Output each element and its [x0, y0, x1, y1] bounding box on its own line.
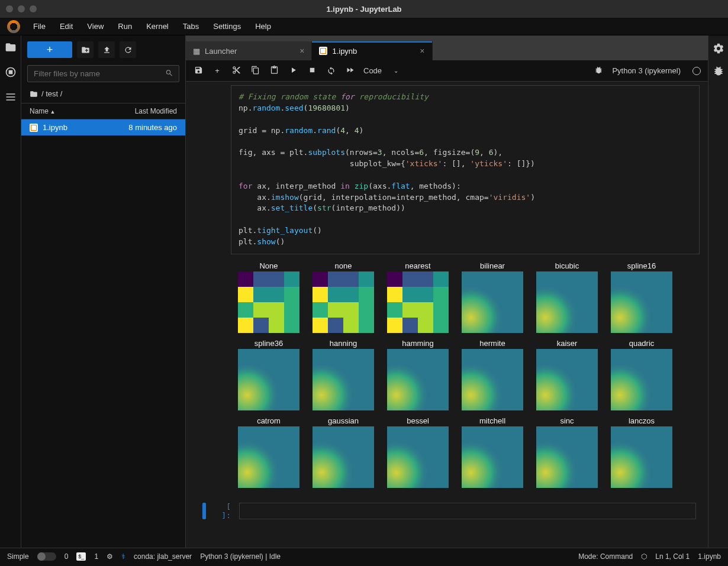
subplot-title: hamming	[402, 339, 433, 348]
svg-rect-67	[387, 349, 449, 410]
run-icon[interactable]	[288, 66, 298, 76]
refresh-icon[interactable]	[120, 41, 136, 58]
chevron-down-icon: ⌄	[394, 67, 398, 74]
file-list-header[interactable]: Name Last Modified	[21, 103, 185, 119]
svg-rect-21	[359, 271, 374, 287]
column-name[interactable]: Name	[30, 107, 55, 115]
simple-mode-toggle[interactable]	[37, 552, 56, 561]
new-launcher-button[interactable]: +	[27, 41, 72, 58]
svg-rect-36	[418, 271, 433, 287]
svg-rect-1	[9, 71, 12, 74]
empty-cell[interactable]: [ ]:	[202, 502, 700, 520]
subplot: bicubic	[531, 261, 603, 333]
window-controls[interactable]	[6, 5, 37, 12]
subplot-title: lanczos	[629, 416, 655, 425]
subplot-title: mitchell	[479, 416, 505, 425]
close-icon[interactable]: ×	[299, 46, 304, 56]
subplot: sinc	[531, 416, 603, 488]
svg-rect-33	[359, 318, 374, 333]
subplot-title: quadric	[629, 339, 655, 348]
settings-status-icon[interactable]: ⚙	[107, 552, 113, 561]
breadcrumb[interactable]: / test /	[21, 87, 185, 103]
tab-notebook[interactable]: 1.ipynb ×	[312, 41, 432, 60]
cell-output: Nonenonenearestbilinear bicubic spline16…	[231, 254, 700, 495]
svg-rect-11	[253, 302, 269, 318]
kernel-name[interactable]: Python 3 (ipykernel)	[612, 66, 681, 75]
subplot-title: bilinear	[480, 261, 505, 270]
code-editor[interactable]: # Fixing random state for reproducibilit…	[231, 85, 700, 254]
upload-icon[interactable]	[98, 41, 115, 58]
svg-rect-6	[238, 287, 253, 302]
add-cell-icon[interactable]: +	[212, 66, 223, 75]
svg-rect-41	[433, 287, 449, 302]
subplot: nearest	[382, 261, 453, 333]
kernel-status-icon[interactable]	[692, 67, 701, 75]
svg-rect-31	[328, 318, 343, 333]
filter-files-input[interactable]	[27, 65, 179, 82]
close-icon[interactable]: ×	[420, 46, 424, 56]
svg-rect-9	[284, 287, 299, 302]
svg-rect-49	[433, 318, 449, 333]
svg-rect-91	[536, 426, 598, 488]
subplot-title: kaiser	[557, 339, 578, 348]
column-modified[interactable]: Last Modified	[135, 107, 177, 115]
folder-icon[interactable]	[5, 41, 17, 53]
jupyter-logo-icon[interactable]	[7, 20, 20, 33]
subplot: spline36	[233, 339, 304, 410]
copy-icon[interactable]	[250, 66, 260, 76]
svg-rect-22	[313, 287, 328, 302]
menu-file[interactable]: File	[27, 20, 51, 33]
subplot-title: gaussian	[328, 416, 359, 425]
paste-icon[interactable]	[269, 66, 279, 76]
cut-icon[interactable]	[231, 66, 241, 76]
restart-icon[interactable]	[326, 66, 336, 76]
menu-kernel[interactable]: Kernel	[140, 20, 175, 33]
subplot: bilinear	[457, 261, 528, 333]
close-window-icon[interactable]	[6, 5, 13, 12]
empty-code-input[interactable]	[239, 503, 696, 519]
menu-run[interactable]: Run	[112, 20, 138, 33]
folder-icon	[30, 90, 38, 98]
new-folder-icon[interactable]	[77, 41, 94, 58]
conda-env[interactable]: conda: jlab_server	[134, 552, 192, 561]
property-inspector-icon[interactable]	[713, 43, 724, 54]
kernel-status[interactable]: Python 3 (ipykernel) | Idle	[200, 552, 281, 561]
mode-indicator: Mode: Command	[578, 552, 633, 561]
toc-icon[interactable]	[5, 91, 17, 103]
menu-settings[interactable]: Settings	[207, 20, 247, 33]
subplot: lanczos	[606, 416, 677, 488]
menu-help[interactable]: Help	[249, 20, 277, 33]
tab-launcher[interactable]: ▦ Launcher ×	[186, 41, 312, 60]
restart-run-all-icon[interactable]	[344, 66, 355, 76]
subplot-title: none	[335, 261, 352, 270]
count-a: 0	[65, 552, 69, 561]
menu-edit[interactable]: Edit	[54, 20, 79, 33]
svg-rect-2	[238, 271, 253, 287]
subplot: gaussian	[308, 416, 379, 488]
subplot: spline16	[606, 261, 677, 333]
menu-tabs[interactable]: Tabs	[177, 20, 205, 33]
svg-rect-25	[359, 287, 374, 302]
save-icon[interactable]	[193, 66, 204, 76]
subplot-title: spline16	[627, 261, 656, 270]
stop-icon[interactable]	[307, 66, 317, 76]
simple-label: Simple	[7, 552, 29, 561]
debugger-icon[interactable]	[713, 65, 724, 77]
running-icon[interactable]	[5, 66, 17, 78]
minimize-window-icon[interactable]	[18, 5, 25, 12]
trusted-icon[interactable]: ⬡	[641, 552, 647, 561]
file-name: 1.ipynb	[43, 123, 67, 132]
maximize-window-icon[interactable]	[30, 5, 37, 12]
notebook-area[interactable]: # Fixing random state for reproducibilit…	[186, 82, 708, 548]
terminal-icon[interactable]: $_	[76, 552, 86, 561]
svg-rect-37	[433, 271, 449, 287]
subplot: catrom	[233, 416, 304, 488]
code-cell[interactable]: # Fixing random state for reproducibilit…	[231, 85, 700, 495]
file-row[interactable]: 1.ipynb 8 minutes ago	[21, 119, 185, 135]
cell-type-select[interactable]: Code ⌄	[363, 66, 398, 75]
menu-view[interactable]: View	[81, 20, 109, 33]
subplot-title: bessel	[407, 416, 429, 425]
input-prompt: [ ]:	[214, 502, 231, 520]
bug-icon[interactable]	[593, 66, 604, 76]
svg-rect-32	[343, 318, 359, 333]
